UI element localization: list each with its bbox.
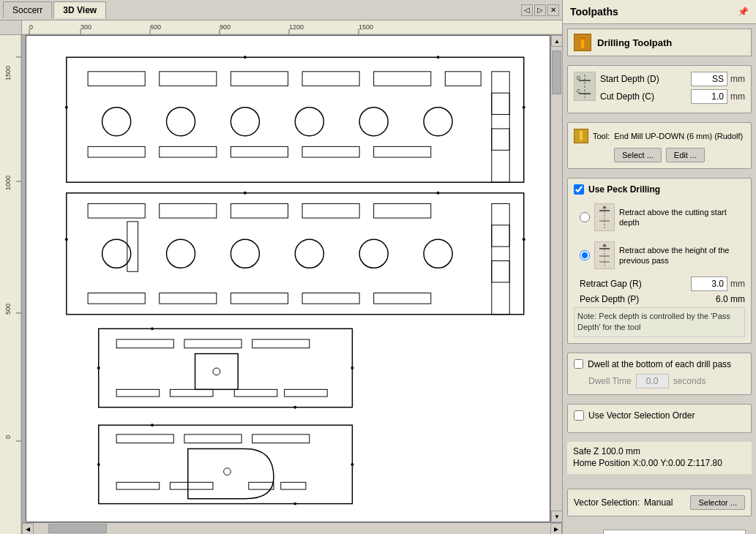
ruler-corner [0, 20, 22, 35]
svg-rect-37 [231, 146, 288, 157]
toolpath-title: Drilling Toolpath [597, 37, 672, 48]
cut-depth-input[interactable] [691, 89, 727, 104]
vector-order-label: Use Vector Selection Order [588, 410, 695, 421]
tool-label: Tool: [593, 132, 610, 140]
tool-row: Tool: End Mill UP-DOWN (6 mm) (Rudolf) [574, 129, 745, 143]
cut-depth-row: Cut Depth (C) mm [600, 89, 745, 104]
svg-rect-94 [281, 482, 306, 489]
retract-gap-input[interactable] [691, 277, 727, 291]
svg-point-33 [359, 108, 388, 136]
svg-point-68 [65, 238, 68, 241]
peck-drilling-checkbox[interactable] [574, 184, 584, 195]
svg-point-53 [102, 239, 131, 268]
tab-3dview[interactable]: 3D View [53, 1, 106, 18]
start-depth-unit: mm [730, 74, 745, 84]
peck-note: Note: Peck depth is controlled by the 'P… [574, 307, 745, 337]
svg-rect-79 [170, 389, 213, 396]
vector-order-checkbox[interactable] [574, 410, 584, 421]
drilling-icon [574, 34, 591, 51]
scroll-right-btn[interactable]: ▶ [550, 523, 562, 534]
svg-rect-39 [374, 146, 431, 157]
svg-point-45 [437, 56, 440, 59]
tool-buttons: Select ... Edit ... [574, 148, 745, 162]
svg-point-58 [424, 239, 452, 268]
name-input[interactable] [603, 530, 746, 534]
scroll-up-btn[interactable]: ▲ [551, 35, 562, 47]
svg-rect-65 [492, 203, 509, 314]
svg-rect-80 [234, 389, 277, 396]
start-depth-row: Start Depth (D) mm [600, 72, 745, 86]
svg-text:1200: 1200 [289, 23, 304, 31]
vector-selection-label: Vector Selection: [574, 497, 640, 508]
svg-rect-86 [99, 425, 353, 503]
svg-rect-25 [231, 72, 288, 86]
svg-marker-100 [580, 46, 585, 49]
svg-rect-74 [184, 339, 242, 348]
retract-start-radio[interactable] [580, 212, 590, 222]
svg-rect-60 [160, 293, 217, 304]
scroll-track-v[interactable] [551, 47, 562, 511]
peck-drilling-checkbox-row: Use Peck Drilling [574, 184, 745, 195]
svg-rect-78 [116, 389, 160, 396]
svg-point-44 [244, 56, 247, 59]
retract-start-label: Retract above the cutting start depth [619, 207, 742, 228]
select-tool-btn[interactable]: Select ... [614, 148, 662, 162]
dwell-time-input[interactable] [636, 374, 669, 388]
svg-rect-35 [88, 146, 145, 157]
edit-tool-btn[interactable]: Edit ... [666, 148, 705, 162]
peck-drilling-section: Use Peck Drilling Retract above the cutt… [567, 178, 752, 344]
depth-diagram: D C [574, 72, 596, 101]
tab-close-btn[interactable]: ✕ [547, 4, 559, 16]
svg-rect-50 [231, 203, 288, 218]
scroll-down-btn[interactable]: ▼ [551, 511, 562, 522]
svg-rect-101 [580, 37, 585, 40]
svg-point-98 [293, 503, 296, 505]
svg-point-95 [97, 463, 100, 466]
tool-icon-svg [576, 130, 586, 142]
tab-prev-btn[interactable]: ◁ [521, 4, 533, 16]
tab-bar: Soccerr 3D View ◁ ▷ ✕ [0, 0, 562, 20]
svg-point-56 [295, 239, 323, 268]
svg-point-96 [351, 463, 353, 466]
tab-next-btn[interactable]: ▷ [534, 4, 546, 16]
svg-point-90 [224, 468, 231, 475]
svg-point-34 [424, 108, 452, 136]
svg-rect-67 [492, 261, 509, 282]
svg-point-54 [167, 239, 195, 268]
retract-prev-radio[interactable] [580, 250, 590, 260]
drawing-canvas [26, 35, 550, 522]
retract-prev-label: Retract above the height of the previous… [619, 245, 742, 266]
svg-rect-42 [492, 129, 509, 150]
toolpaths-panel: Toolpaths 📌 Drilling Toolpath D C [562, 0, 756, 534]
svg-point-57 [359, 239, 388, 268]
panel-header: Toolpaths 📌 [563, 0, 756, 24]
selector-btn[interactable]: Selector ... [690, 495, 745, 510]
scroll-thumb-h[interactable] [48, 524, 107, 533]
svg-text:D: D [577, 75, 580, 80]
scroll-thumb-v[interactable] [552, 50, 561, 94]
svg-text:900: 900 [220, 23, 231, 31]
scroll-left-btn[interactable]: ◀ [22, 523, 34, 534]
svg-rect-24 [160, 72, 217, 86]
svg-rect-72 [99, 328, 353, 407]
scroll-track-h[interactable] [34, 523, 550, 534]
dwell-label: Dwell at the bottom of each drill pass [588, 359, 731, 369]
svg-rect-38 [302, 146, 359, 157]
retract-icon-1 [594, 203, 615, 231]
retract-svg-2 [596, 243, 613, 268]
peck-drilling-label: Use Peck Drilling [588, 184, 660, 195]
start-depth-input[interactable] [691, 72, 727, 86]
svg-point-70 [437, 192, 440, 195]
toolpath-title-section: Drilling Toolpath [567, 29, 752, 56]
svg-point-46 [523, 106, 525, 109]
vertical-scrollbar: ▲ ▼ [550, 35, 562, 522]
svg-text:500: 500 [4, 304, 12, 315]
svg-point-30 [167, 108, 195, 136]
info-section: Safe Z 100.0 mm Home Position X:0.00 Y:0… [567, 442, 752, 474]
dwell-checkbox[interactable] [574, 359, 583, 369]
svg-point-69 [244, 192, 247, 195]
svg-rect-92 [170, 482, 213, 489]
tool-name: End Mill UP-DOWN (6 mm) (Rudolf) [614, 132, 745, 140]
tab-soccerr[interactable]: Soccerr [3, 1, 52, 18]
panel-pin-icon[interactable]: 📌 [738, 7, 749, 17]
